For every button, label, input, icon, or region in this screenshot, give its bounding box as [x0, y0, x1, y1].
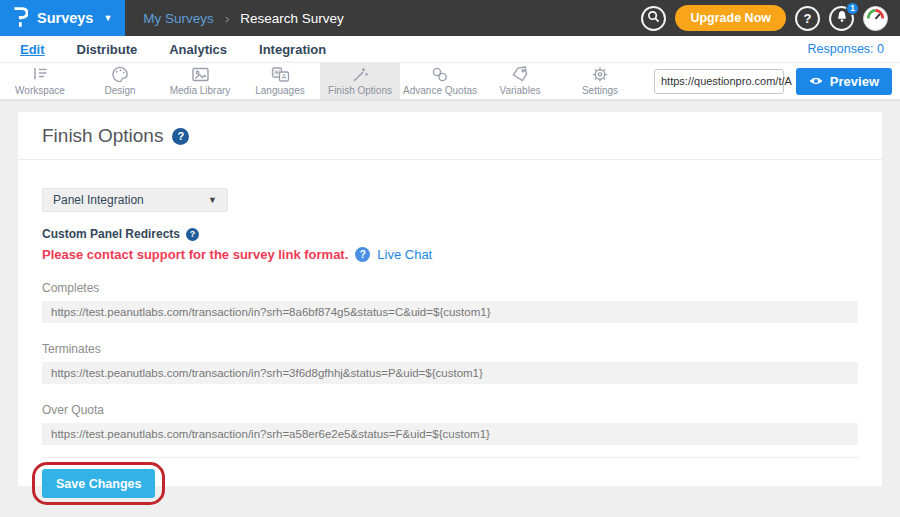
survey-url-box[interactable]: [654, 69, 784, 94]
page-title: Finish Options: [42, 125, 163, 147]
save-annotation-highlight: Save Changes: [32, 462, 165, 505]
breadcrumb: My Surveys › Research Survey: [125, 0, 343, 36]
header-actions: Upgrade Now ? 1: [641, 0, 900, 36]
responses-count: Responses: 0: [808, 42, 884, 56]
tab-advance-quotas[interactable]: Advance Quotas: [400, 63, 480, 99]
finish-options-card: Finish Options ? Panel Integration ▼ Cus…: [18, 112, 882, 486]
section-help-icon[interactable]: ?: [186, 228, 199, 241]
completes-url-input[interactable]: [42, 301, 858, 323]
completes-label: Completes: [42, 281, 858, 295]
title-divider: [18, 159, 882, 160]
breadcrumb-my-surveys[interactable]: My Surveys: [143, 11, 214, 26]
questionpro-logo-icon: [13, 6, 28, 31]
nav-tab-distribute[interactable]: Distribute: [77, 42, 138, 57]
survey-url-input[interactable]: [661, 75, 803, 87]
nav-tab-analytics[interactable]: Analytics: [169, 42, 227, 57]
tab-label: Workspace: [15, 85, 65, 96]
tab-label: Variables: [500, 85, 541, 96]
card-header: Finish Options ?: [18, 112, 882, 147]
save-changes-button[interactable]: Save Changes: [42, 469, 155, 498]
card-body: Panel Integration ▼ Custom Panel Redirec…: [18, 188, 882, 505]
tab-label: Settings: [582, 85, 618, 96]
tab-label: Design: [104, 85, 135, 96]
terminates-url-input[interactable]: [42, 362, 858, 384]
live-chat-help-icon[interactable]: ?: [355, 247, 370, 262]
dropdown-selected-value: Panel Integration: [53, 193, 144, 207]
tab-workspace[interactable]: Workspace: [0, 63, 80, 99]
notification-count-badge: 1: [846, 2, 859, 15]
gauge-icon: [865, 6, 886, 31]
tab-label: Languages: [255, 85, 305, 96]
breadcrumb-current-survey: Research Survey: [240, 11, 344, 26]
finish-options-wand-icon: [351, 66, 369, 83]
advance-quotas-link-icon: [431, 66, 449, 83]
media-library-icon: [191, 66, 210, 83]
svg-text:A: A: [281, 73, 286, 81]
breadcrumb-separator: ›: [225, 11, 229, 26]
notifications: 1: [829, 6, 854, 31]
tab-settings[interactable]: Settings: [560, 63, 640, 99]
surveys-menu[interactable]: Surveys ▼: [0, 0, 125, 36]
questionpro-app: Surveys ▼ My Surveys › Research Survey U…: [0, 0, 900, 517]
settings-gear-icon: [591, 66, 609, 83]
finish-option-type-dropdown[interactable]: Panel Integration ▼: [42, 188, 228, 212]
over-quota-label: Over Quota: [42, 403, 858, 417]
tab-label: Advance Quotas: [403, 85, 477, 96]
top-header-bar: Surveys ▼ My Surveys › Research Survey U…: [0, 0, 900, 36]
survey-nav-row: Edit Distribute Analytics Integration Re…: [0, 36, 900, 63]
support-notice-row: Please contact support for the survey li…: [42, 247, 858, 262]
over-quota-field: Over Quota: [42, 403, 858, 445]
over-quota-url-input[interactable]: [42, 423, 858, 445]
workspace-icon: [31, 66, 49, 83]
terminates-field: Terminates: [42, 342, 858, 384]
live-chat-link[interactable]: Live Chat: [377, 247, 432, 262]
languages-icon: Ж A: [271, 66, 290, 83]
terminates-label: Terminates: [42, 342, 858, 356]
design-palette-icon: [111, 66, 129, 83]
upgrade-now-button[interactable]: Upgrade Now: [675, 5, 786, 31]
chevron-down-icon: ▼: [208, 195, 217, 205]
account-avatar[interactable]: [863, 6, 888, 31]
support-notice-text: Please contact support for the survey li…: [42, 247, 348, 262]
tab-label: Finish Options: [328, 85, 392, 96]
nav-tab-edit[interactable]: Edit: [20, 42, 45, 57]
tab-finish-options[interactable]: Finish Options: [320, 63, 400, 99]
completes-field: Completes: [42, 281, 858, 323]
footer-divider: [42, 457, 858, 458]
preview-button[interactable]: Preview: [796, 68, 892, 95]
bell-icon: [836, 10, 848, 26]
chevron-down-icon: ▼: [103, 13, 112, 23]
tab-languages[interactable]: Ж A Languages: [240, 63, 320, 99]
search-icon: [647, 10, 660, 26]
tab-variables[interactable]: Variables: [480, 63, 560, 99]
nav-tab-integration[interactable]: Integration: [259, 42, 326, 57]
search-button[interactable]: [641, 6, 666, 31]
page-content: Finish Options ? Panel Integration ▼ Cus…: [0, 101, 900, 486]
variables-tag-icon: [511, 66, 529, 83]
eye-icon: [809, 74, 823, 89]
finish-options-help-icon[interactable]: ?: [172, 128, 189, 145]
tab-design[interactable]: Design: [80, 63, 160, 99]
section-heading-label: Custom Panel Redirects: [42, 227, 180, 241]
edit-toolbar: Workspace Design Media Li: [0, 63, 900, 101]
surveys-menu-label: Surveys: [37, 10, 93, 26]
question-mark-icon: ?: [804, 11, 812, 26]
custom-panel-redirects-heading: Custom Panel Redirects ?: [42, 227, 858, 241]
preview-button-label: Preview: [830, 74, 879, 89]
help-button[interactable]: ?: [795, 6, 820, 31]
tab-label: Media Library: [170, 85, 231, 96]
tab-media-library[interactable]: Media Library: [160, 63, 240, 99]
